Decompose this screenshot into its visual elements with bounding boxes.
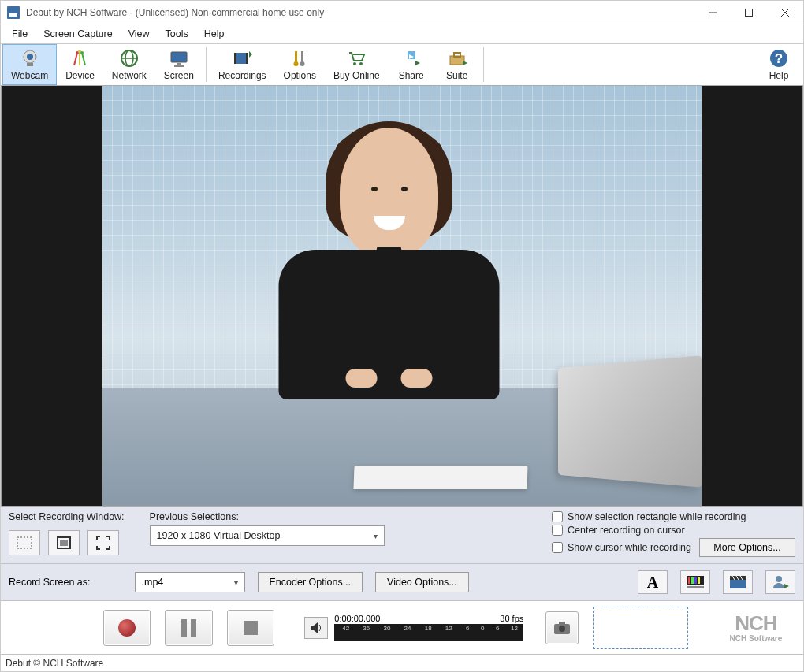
nch-logo: NCH NCH Software xyxy=(717,612,795,644)
show-selection-checkbox[interactable] xyxy=(552,511,563,522)
toolbar-network-label: Network xyxy=(112,70,147,81)
svg-rect-39 xyxy=(688,577,690,584)
toolbar-device-label: Device xyxy=(65,70,95,81)
record-button[interactable] xyxy=(103,610,151,646)
menubar: File Screen Capture View Tools Help xyxy=(1,24,803,43)
svg-point-25 xyxy=(294,61,299,66)
toolbar-divider-2 xyxy=(483,47,484,82)
menu-view[interactable]: View xyxy=(121,27,158,41)
menu-tools[interactable]: Tools xyxy=(158,27,196,41)
selection-rectangle-button[interactable] xyxy=(9,530,40,555)
screenshot-button[interactable] xyxy=(545,611,579,644)
selection-rect-icon xyxy=(17,536,32,549)
text-icon: A xyxy=(647,574,658,592)
share-icon xyxy=(401,48,422,69)
svg-point-12 xyxy=(80,51,84,54)
selection-window-icon xyxy=(56,536,72,550)
toolbar-options-button[interactable]: Options xyxy=(275,44,325,85)
toolbar-suite-label: Suite xyxy=(446,70,467,81)
toolbar-help-button[interactable]: ? Help xyxy=(756,44,802,85)
toolbar-spacer xyxy=(487,44,756,85)
toolbar-network-button[interactable]: Network xyxy=(103,44,155,85)
encoder-options-button[interactable]: Encoder Options... xyxy=(258,572,363,592)
svg-marker-50 xyxy=(784,584,789,588)
audio-level-meter: -42-36-30-24-18-12-60612 xyxy=(334,624,523,641)
toolbar-device-button[interactable]: Device xyxy=(57,44,103,85)
toolbar: Webcam Device Network Screen Recordings … xyxy=(1,43,803,86)
pause-icon xyxy=(181,619,196,637)
app-icon xyxy=(7,6,20,19)
previous-selections-dropdown[interactable]: 1920 x 1080 Virtual Desktop ▾ xyxy=(150,525,385,546)
more-options-button[interactable]: More Options... xyxy=(699,538,795,557)
toolbar-share-button[interactable]: Share xyxy=(389,44,434,85)
toolbar-buy-button[interactable]: Buy Online xyxy=(325,44,389,85)
show-cursor-checkbox-row[interactable]: Show cursor while recording xyxy=(552,542,691,553)
svg-rect-44 xyxy=(730,580,746,588)
color-adjust-button[interactable] xyxy=(680,570,710,594)
svg-rect-37 xyxy=(60,540,68,546)
svg-rect-16 xyxy=(171,52,187,62)
svg-point-27 xyxy=(353,62,356,65)
toolbar-help-label: Help xyxy=(769,70,789,81)
chevron-down-icon: ▾ xyxy=(234,578,238,587)
speaker-icon xyxy=(310,622,322,633)
fullscreen-icon xyxy=(96,536,110,550)
record-icon xyxy=(118,619,136,637)
sound-toggle-button[interactable] xyxy=(304,617,328,639)
toolbar-recordings-button[interactable]: Recordings xyxy=(210,44,275,85)
menu-screen-capture[interactable]: Screen Capture xyxy=(35,27,121,41)
svg-rect-24 xyxy=(301,51,303,62)
network-icon xyxy=(119,48,140,69)
window-controls xyxy=(694,1,803,24)
center-cursor-checkbox[interactable] xyxy=(552,525,563,536)
text-overlay-button[interactable]: A xyxy=(638,570,668,594)
svg-point-5 xyxy=(27,54,33,60)
chevron-down-icon: ▾ xyxy=(374,532,378,540)
time-display: 0:00:00.000 xyxy=(334,614,380,623)
toolbar-suite-button[interactable]: Suite xyxy=(434,44,480,85)
person-add-icon xyxy=(772,574,789,590)
screen-icon xyxy=(169,48,189,69)
svg-line-7 xyxy=(74,53,77,65)
pause-button[interactable] xyxy=(165,610,212,646)
status-text: Debut © NCH Software xyxy=(6,658,103,669)
toolbar-divider xyxy=(206,47,207,82)
watermark-button[interactable] xyxy=(765,570,795,594)
video-options-button[interactable]: Video Options... xyxy=(375,572,469,592)
minimize-button[interactable] xyxy=(694,1,731,24)
selection-fullscreen-button[interactable] xyxy=(87,530,119,555)
show-selection-checkbox-row[interactable]: Show selection rectangle while recording xyxy=(552,511,795,522)
menu-help[interactable]: Help xyxy=(196,27,233,41)
svg-rect-6 xyxy=(27,63,33,66)
status-bar: Debut © NCH Software xyxy=(1,654,803,671)
selection-window-button[interactable] xyxy=(48,530,80,555)
svg-rect-18 xyxy=(174,65,184,67)
format-dropdown[interactable]: .mp4 ▾ xyxy=(135,572,245,592)
cart-icon xyxy=(346,48,367,69)
svg-marker-22 xyxy=(249,51,252,58)
maximize-button[interactable] xyxy=(731,1,767,24)
fps-display: 30 fps xyxy=(500,614,523,623)
help-icon: ? xyxy=(769,48,789,69)
show-cursor-checkbox[interactable] xyxy=(552,542,563,553)
recording-window-panel: Select Recording Window: Previous Select… xyxy=(1,506,803,563)
close-button[interactable] xyxy=(767,1,803,24)
toolbar-recordings-label: Recordings xyxy=(218,70,266,81)
toolbar-screen-label: Screen xyxy=(164,70,194,81)
menu-file[interactable]: File xyxy=(4,27,35,41)
suite-icon xyxy=(447,48,467,69)
previous-selections-value: 1920 x 1080 Virtual Desktop xyxy=(157,530,281,541)
stop-button[interactable] xyxy=(227,610,274,646)
webcam-icon xyxy=(20,48,40,69)
preview-area xyxy=(1,86,803,506)
preview-thumbnail-zone[interactable] xyxy=(593,607,688,649)
center-cursor-label: Center recording on cursor xyxy=(568,525,685,536)
options-icon xyxy=(289,48,310,69)
toolbar-webcam-button[interactable]: Webcam xyxy=(2,44,57,85)
toolbar-screen-button[interactable]: Screen xyxy=(155,44,203,85)
select-recording-label: Select Recording Window: xyxy=(9,511,125,522)
svg-marker-29 xyxy=(415,61,420,65)
center-cursor-checkbox-row[interactable]: Center recording on cursor xyxy=(552,525,795,536)
effects-button[interactable] xyxy=(723,570,753,594)
device-icon xyxy=(69,48,90,69)
